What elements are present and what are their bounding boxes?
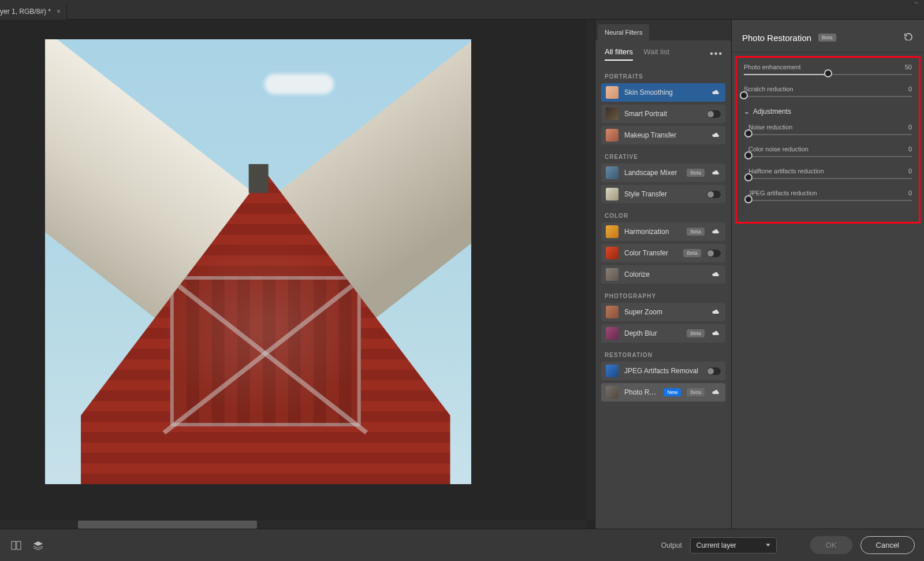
settings-highlight: Photo enhancement50 Scratch reduction0 ⌄… [735, 56, 921, 224]
output-select[interactable]: Current layer [690, 537, 777, 553]
reset-icon[interactable] [903, 32, 914, 43]
filter-landscape-mixer[interactable]: Landscape Mixer Beta [601, 164, 725, 182]
beta-badge: Beta [687, 388, 705, 396]
slider-jpeg-artifacts-reduction[interactable]: JPEG artifacts reduction0 [748, 190, 912, 201]
section-creative: CREATIVE [595, 144, 731, 164]
slider-noise-reduction[interactable]: Noise reduction0 [748, 124, 912, 135]
thumbnail-icon [606, 386, 619, 399]
section-photography: PHOTOGRAPHY [595, 284, 731, 303]
settings-header: Photo Restoration Beta [732, 20, 924, 53]
section-restoration: RESTORATION [595, 343, 731, 362]
slider-photo-enhancement[interactable]: Photo enhancement50 [744, 64, 912, 75]
beta-badge: Beta [818, 34, 836, 42]
beta-badge: Beta [687, 329, 705, 337]
tab-neural-filters[interactable]: Neural Filters [598, 24, 649, 40]
slider-color-noise-reduction[interactable]: Color noise reduction0 [748, 146, 912, 157]
thumbnail-icon [606, 306, 619, 318]
thumbnail-icon [606, 86, 619, 99]
toggle-switch[interactable] [707, 367, 721, 375]
thumbnail-icon [606, 247, 619, 259]
more-icon[interactable]: ••• [710, 49, 723, 59]
cloud-download-icon[interactable] [710, 131, 721, 139]
settings-title: Photo Restoration [742, 33, 811, 43]
toggle-switch[interactable] [707, 110, 721, 118]
filter-color-transfer[interactable]: Color Transfer Beta [601, 244, 725, 262]
thumbnail-icon [606, 327, 619, 340]
document-tabs: yer 1, RGB/8#) * × [0, 3, 924, 20]
section-color: COLOR [595, 203, 731, 222]
slider-halftone-reduction[interactable]: Halftone artifacts reduction0 [748, 168, 912, 179]
thumbnail-icon [606, 107, 619, 120]
thumbnail-icon [606, 188, 619, 200]
filter-style-transfer[interactable]: Style Transfer [601, 185, 725, 203]
cloud-download-icon[interactable] [710, 270, 721, 278]
close-icon[interactable]: × [57, 8, 61, 16]
adjustments-collapse[interactable]: ⌄ Adjustments [744, 107, 912, 116]
section-portraits: PORTRAITS [595, 64, 731, 83]
beta-badge: Beta [687, 169, 705, 177]
filter-skin-smoothing[interactable]: Skin Smoothing [601, 83, 725, 102]
filter-colorize[interactable]: Colorize [601, 265, 725, 284]
cancel-button[interactable]: Cancel [860, 536, 915, 554]
document-tab-title: yer 1, RGB/8#) * [0, 8, 51, 16]
new-badge: New [664, 388, 681, 396]
filter-makeup-transfer[interactable]: Makeup Transfer [601, 126, 725, 144]
preview-toggle-icon[interactable] [9, 538, 23, 552]
slider-scratch-reduction[interactable]: Scratch reduction0 [744, 86, 912, 97]
cloud-download-icon[interactable] [710, 228, 721, 236]
document-tab[interactable]: yer 1, RGB/8#) * × [0, 3, 67, 20]
thumbnail-icon [606, 365, 619, 377]
cloud-download-icon[interactable] [710, 308, 721, 316]
image-canvas [45, 39, 471, 484]
filter-harmonization[interactable]: Harmonization Beta [601, 222, 725, 241]
filter-super-zoom[interactable]: Super Zoom [601, 303, 725, 321]
toggle-switch[interactable] [707, 250, 721, 257]
footer-bar: Output Current layer OK Cancel [0, 529, 924, 561]
beta-badge: Beta [683, 249, 701, 257]
beta-badge: Beta [687, 228, 705, 236]
filter-depth-blur[interactable]: Depth Blur Beta [601, 324, 725, 343]
cloud-download-icon[interactable] [710, 329, 721, 337]
nav-wait-list[interactable]: Wait list [643, 47, 669, 61]
horizontal-scrollbar[interactable] [0, 521, 587, 529]
filter-photo-restoration[interactable]: Photo Res... New Beta [601, 383, 725, 402]
ok-button[interactable]: OK [810, 536, 852, 554]
nav-all-filters[interactable]: All filters [605, 47, 633, 61]
svg-rect-0 [12, 541, 16, 549]
filter-smart-portrait[interactable]: Smart Portrait [601, 105, 725, 123]
chevron-down-icon: ⌄ [744, 107, 750, 116]
toggle-switch[interactable] [707, 191, 721, 198]
thumbnail-icon [606, 129, 619, 142]
layers-icon[interactable] [31, 538, 45, 552]
thumbnail-icon [606, 268, 619, 281]
vertical-scrollbar[interactable] [587, 20, 595, 521]
svg-rect-1 [17, 541, 21, 549]
panel-tab-bar: Neural Filters [595, 20, 731, 40]
filter-jpeg-artifacts-removal[interactable]: JPEG Artifacts Removal [601, 362, 725, 380]
canvas-area[interactable] [0, 20, 595, 529]
thumbnail-icon [606, 225, 619, 238]
cloud-download-icon[interactable] [710, 169, 721, 177]
output-label: Output [661, 541, 682, 549]
thumbnail-icon [606, 166, 619, 179]
cloud-download-icon[interactable] [710, 388, 721, 396]
cloud-download-icon[interactable] [710, 88, 721, 96]
